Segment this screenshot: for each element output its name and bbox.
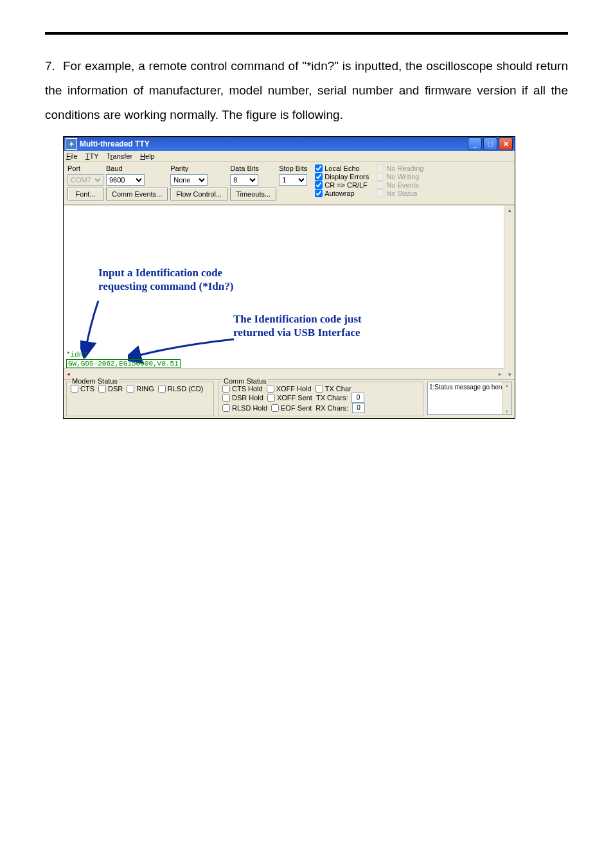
no-status-checkbox: No Status [377, 190, 423, 197]
databits-label: Data Bits [230, 164, 276, 172]
msg-scroll-down-icon[interactable]: ▾ [506, 409, 508, 414]
menu-help[interactable]: Help [140, 152, 155, 160]
instruction-paragraph: 7.For example, a remote control command … [45, 54, 568, 127]
autowrap-checkbox[interactable]: Autowrap [315, 190, 369, 197]
baud-select[interactable]: 9600 [106, 174, 145, 186]
maximize-button[interactable]: □ [483, 137, 497, 150]
title-bar[interactable]: ✦ Multi-threaded TTY _ □ ✕ [64, 137, 515, 151]
rx-chars-value: 0 [352, 403, 365, 413]
vertical-scrollbar[interactable]: ▴▾ [504, 206, 515, 379]
cr-crlf-checkbox[interactable]: CR => CR/LF [315, 181, 369, 189]
xoff-sent-checkbox[interactable]: XOFF Sent [267, 394, 312, 402]
top-rule [45, 32, 568, 35]
status-message-box: 1:Status message go here: ▴▾ [427, 382, 512, 415]
xoff-hold-checkbox[interactable]: XOFF Hold [267, 385, 312, 393]
rlsd-checkbox[interactable]: RLSD (CD) [158, 385, 204, 393]
local-echo-checkbox[interactable]: Local Echo [315, 164, 369, 172]
baud-label: Baud [106, 164, 168, 172]
terminal-area[interactable]: Input a Identification code requesting c… [64, 205, 515, 379]
tx-char-checkbox[interactable]: TX Char [315, 385, 351, 393]
cts-hold-checkbox[interactable]: CTS Hold [222, 385, 263, 393]
port-label: Port [67, 164, 103, 172]
display-errors-checkbox[interactable]: Display Errors [315, 173, 369, 181]
scroll-up-icon[interactable]: ▴ [505, 206, 514, 215]
modem-status-group: Modem Status CTS DSR RING RLSD (CD) [66, 382, 214, 416]
window-title: Multi-threaded TTY [80, 139, 150, 148]
dsr-hold-checkbox[interactable]: DSR Hold [222, 394, 263, 402]
port-select[interactable]: COM7 [67, 174, 103, 186]
timeouts-button[interactable]: Timeouts... [230, 188, 276, 200]
menu-transfer[interactable]: Transfer [107, 152, 133, 160]
parity-label: Parity [170, 164, 227, 172]
flow-control-button[interactable]: Flow Control... [170, 188, 227, 200]
comm-status-legend: Comm Status [222, 377, 268, 385]
comm-status-group: Comm Status CTS Hold XOFF Hold TX Char D… [218, 382, 423, 416]
options-col-2: No Reading No Writing No Events No Statu… [377, 164, 423, 197]
app-icon: ✦ [66, 138, 77, 150]
eof-sent-checkbox[interactable]: EOF Sent [271, 404, 312, 412]
arrow-down-icon [80, 301, 112, 359]
terminal-line-2: GW,GDS-2062,EG150000,V0.51 [66, 359, 181, 368]
annotation-input: Input a Identification code requesting c… [98, 266, 265, 294]
dsr-checkbox[interactable]: DSR [98, 385, 123, 393]
message-scrollbar[interactable]: ▴▾ [502, 382, 511, 414]
rx-chars-label: RX Chars: [315, 404, 348, 412]
minimize-button[interactable]: _ [468, 137, 482, 150]
options-col-1: Local Echo Display Errors CR => CR/LF Au… [315, 164, 369, 197]
no-events-checkbox: No Events [377, 181, 423, 189]
application-window: ✦ Multi-threaded TTY _ □ ✕ File TTY Tran… [63, 136, 515, 419]
terminal-line-1: *idn? [66, 351, 181, 359]
font-button[interactable]: Font... [67, 188, 103, 200]
stopbits-label: Stop Bits [279, 164, 307, 172]
scroll-down-icon[interactable]: ▾ [505, 370, 514, 379]
comm-events-button[interactable]: Comm Events... [106, 188, 168, 200]
menu-tty[interactable]: TTY [85, 152, 99, 160]
status-bar: Modem Status CTS DSR RING RLSD (CD) Comm… [64, 379, 515, 418]
horizontal-scrollbar[interactable]: ◂▸ [64, 368, 504, 379]
list-number: 7. [45, 54, 63, 78]
msg-scroll-up-icon[interactable]: ▴ [506, 382, 508, 388]
status-message-text: 1:Status message go here: [429, 384, 506, 391]
close-button[interactable]: ✕ [499, 137, 513, 150]
menu-file[interactable]: File [66, 152, 78, 160]
modem-status-legend: Modem Status [71, 377, 119, 385]
terminal-text: *idn? GW,GDS-2062,EG150000,V0.51 [66, 351, 181, 368]
paragraph-text: For example, a remote control command of… [45, 59, 568, 121]
scroll-right-icon[interactable]: ▸ [495, 369, 504, 378]
settings-toolbar: Port COM7 Font... Baud 9600 Comm Events.… [64, 162, 515, 205]
cts-checkbox[interactable]: CTS [71, 385, 94, 393]
annotation-output: The Identification code just returned vi… [233, 312, 362, 340]
menu-bar: File TTY Transfer Help [64, 151, 515, 162]
databits-select[interactable]: 8 [230, 174, 258, 186]
no-writing-checkbox: No Writing [377, 173, 423, 181]
stopbits-select[interactable]: 1 [279, 174, 307, 186]
parity-select[interactable]: None [170, 174, 208, 186]
no-reading-checkbox: No Reading [377, 164, 423, 172]
ring-checkbox[interactable]: RING [127, 385, 154, 393]
tx-chars-label: TX Chars: [316, 394, 348, 402]
tx-chars-value: 0 [351, 393, 364, 403]
rlsd-hold-checkbox[interactable]: RLSD Hold [222, 404, 267, 412]
